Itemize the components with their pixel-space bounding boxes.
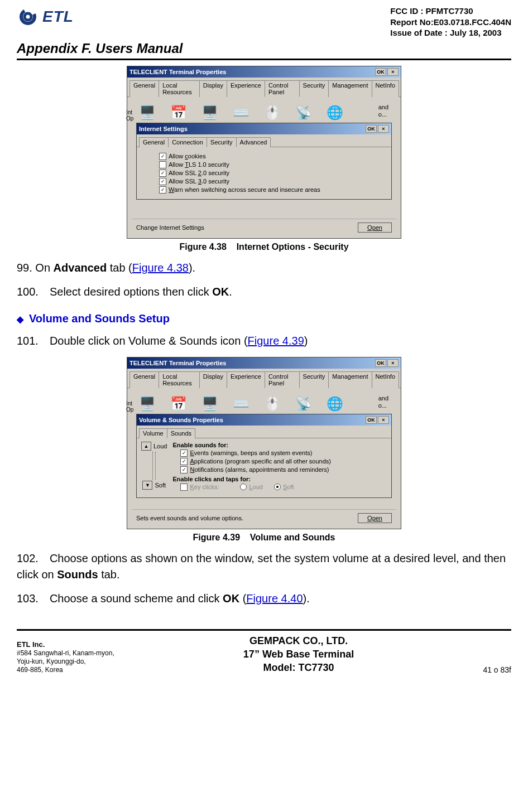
cut-off-labels: Int Op — [126, 109, 133, 122]
volume-track[interactable] — [152, 452, 156, 480]
inner-ok-button-2[interactable]: OK — [366, 416, 377, 424]
volume-up-button[interactable]: ▲ — [141, 442, 151, 451]
tab-display[interactable]: Display — [199, 80, 227, 97]
section-volume-sounds: ◆Volume and Sounds Setup — [17, 312, 511, 325]
status-row: Change Internet Settings Open — [132, 219, 396, 236]
issue-date: Issue of Date : July 18, 2003 — [390, 27, 511, 38]
checkbox-tls[interactable] — [159, 161, 166, 168]
volume-slider[interactable]: ▲ Loud ▼ Soft — [141, 442, 167, 492]
volume-sounds-window: Volume & Sounds Properties OK × Volume S… — [136, 414, 392, 498]
outer-titlebar: TELECLIENT Terminal Properties OK × — [127, 66, 401, 78]
link-fig438[interactable]: Figure 4.38 — [132, 262, 189, 274]
cp-icon-b3[interactable]: 🖥️ — [201, 395, 219, 413]
diamond-bullet-icon: ◆ — [17, 315, 23, 324]
tab-general-2[interactable]: General — [129, 371, 159, 388]
outer-title: TELECLIENT Terminal Properties — [129, 69, 226, 75]
label-warn: Warn when switching across secure and in… — [169, 186, 320, 193]
radio-loud[interactable] — [240, 484, 247, 490]
status-text-2: Sets event sounds and volume options. — [136, 515, 243, 521]
checkbox-notifications[interactable]: ✓ — [180, 466, 188, 473]
step-100: 100. Select desired options then click O… — [17, 284, 511, 300]
cp-icon-5[interactable]: 🖱️ — [263, 104, 281, 122]
inner-close-button[interactable]: × — [378, 125, 389, 133]
outer-ok-button[interactable]: OK — [375, 68, 386, 76]
side-text: and o... — [378, 104, 390, 118]
cp-icon-2[interactable]: 📅 — [170, 104, 188, 122]
outer-ok-button-2[interactable]: OK — [375, 359, 386, 367]
open-button[interactable]: Open — [358, 223, 392, 233]
inner-title: Internet Settings — [139, 125, 188, 132]
internet-settings-window: Internet Settings OK × General Connectio… — [136, 123, 392, 200]
page-footer: ETL Inc. #584 Sangwhal-ri, Kanam-myon, Y… — [17, 629, 511, 675]
outer-close-button-2[interactable]: × — [387, 359, 399, 367]
status-row-2: Sets event sounds and volume options. Op… — [132, 509, 396, 526]
enable-sounds-heading: Enable sounds for: — [172, 442, 387, 448]
header-divider — [17, 59, 511, 60]
figure-439-caption: Figure 4.39 Volume and Sounds — [17, 533, 511, 543]
inner-ok-button[interactable]: OK — [366, 125, 377, 133]
cp-icon-b5[interactable]: 🖱️ — [263, 395, 281, 413]
volume-down-button[interactable]: ▼ — [142, 481, 152, 490]
cp-icon-7[interactable]: 🌐 — [326, 104, 344, 122]
tab-security-2[interactable]: Security — [299, 371, 329, 388]
cut-off-labels-2: Int Op — [126, 400, 133, 413]
control-panel-icons-2: 🖥️ 📅 🖥️ ⌨️ 🖱️ 📡 🌐 and o... — [132, 392, 396, 414]
label-tls: Allow TLS 1.0 security — [169, 161, 229, 168]
radio-soft[interactable] — [274, 484, 281, 490]
inner-close-button-2[interactable]: × — [378, 416, 389, 424]
outer-titlebar-2: TELECLIENT Terminal Properties OK × — [127, 357, 401, 369]
tab-netinfo[interactable]: NetInfo — [372, 80, 399, 97]
soft-label: Soft — [155, 482, 166, 489]
cp-icon-b4[interactable]: ⌨️ — [232, 395, 250, 413]
cp-icon-3[interactable]: 🖥️ — [201, 104, 219, 122]
open-button-2[interactable]: Open — [358, 513, 392, 523]
checkbox-key-clicks[interactable] — [180, 484, 188, 491]
tab-general[interactable]: General — [129, 80, 159, 97]
terminal-properties-window: TELECLIENT Terminal Properties OK × Gene… — [127, 66, 401, 239]
cp-icon-4[interactable]: ⌨️ — [232, 104, 250, 122]
inner-tab-volume[interactable]: Volume — [139, 428, 167, 438]
cp-icon-b1[interactable]: 🖥️ — [138, 395, 156, 413]
checkbox-warn[interactable]: ✓ — [159, 186, 166, 194]
checkbox-ssl2[interactable]: ✓ — [159, 170, 166, 177]
outer-tab-row-2: General Local Resources Display Experien… — [127, 369, 401, 388]
checkbox-ssl3[interactable]: ✓ — [159, 178, 166, 185]
tab-management[interactable]: Management — [328, 80, 372, 97]
tab-control-panel[interactable]: Control Panel — [265, 80, 300, 97]
link-fig439[interactable]: Figure 4.39 — [248, 335, 304, 347]
control-panel-icons: 🖥️ 📅 🖥️ ⌨️ 🖱️ 📡 🌐 and o... — [132, 100, 396, 123]
inner-tab-advanced[interactable]: Advanced — [236, 137, 271, 147]
tab-experience[interactable]: Experience — [227, 80, 265, 97]
footer-center: GEMPACK CO., LTD. 17” Web Base Terminal … — [243, 634, 354, 675]
checkbox-cookies[interactable]: ✓ — [159, 153, 166, 160]
label-notifications: Notifications (alarms, appointments and … — [190, 466, 329, 473]
inner-title-2: Volume & Sounds Properties — [139, 417, 223, 423]
control-panel-body: 🖥️ 📅 🖥️ ⌨️ 🖱️ 📡 🌐 and o... Int Op — [127, 97, 401, 238]
cp-icon-1[interactable]: 🖥️ — [138, 104, 156, 122]
inner-tab-sounds[interactable]: Sounds — [167, 428, 195, 438]
link-fig440[interactable]: Figure 4.40 — [246, 592, 303, 605]
tab-display-2[interactable]: Display — [199, 371, 227, 388]
outer-tab-row: General Local Resources Display Experien… — [127, 78, 401, 97]
tab-netinfo-2[interactable]: NetInfo — [372, 371, 399, 388]
cp-icon-b2[interactable]: 📅 — [170, 395, 188, 413]
terminal-properties-window-2: TELECLIENT Terminal Properties OK × Gene… — [127, 357, 401, 529]
inner-tab-connection[interactable]: Connection — [168, 137, 207, 147]
figure-438: TELECLIENT Terminal Properties OK × Gene… — [17, 66, 511, 252]
outer-close-button[interactable]: × — [387, 68, 399, 76]
cp-icon-b7[interactable]: 🌐 — [326, 395, 344, 413]
checkbox-applications[interactable]: ✓ — [180, 458, 188, 465]
tab-management-2[interactable]: Management — [328, 371, 372, 388]
footer-left: ETL Inc. #584 Sangwhal-ri, Kanam-myon, Y… — [17, 640, 114, 674]
inner-tab-general[interactable]: General — [139, 137, 169, 147]
cp-icon-6[interactable]: 📡 — [295, 104, 313, 122]
step-101: 101. Double click on Volume & Sounds ico… — [17, 333, 511, 349]
tab-experience-2[interactable]: Experience — [227, 371, 265, 388]
tab-local-resources-2[interactable]: Local Resources — [159, 371, 200, 388]
cp-icon-b6[interactable]: 📡 — [295, 395, 313, 413]
inner-tab-security[interactable]: Security — [207, 137, 237, 147]
tab-control-panel-2[interactable]: Control Panel — [265, 371, 300, 388]
checkbox-events[interactable]: ✓ — [180, 450, 188, 457]
tab-security[interactable]: Security — [299, 80, 329, 97]
tab-local-resources[interactable]: Local Resources — [159, 80, 200, 97]
